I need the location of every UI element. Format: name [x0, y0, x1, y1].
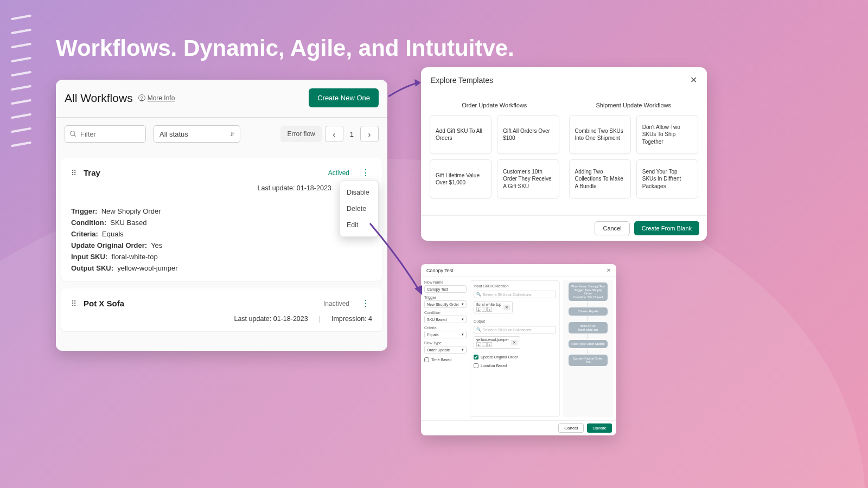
menu-delete[interactable]: Delete — [340, 201, 378, 217]
flow-name-input[interactable]: Canopy Test — [424, 285, 467, 293]
page-title: Workflows. Dynamic, Agile, and Intutuitv… — [56, 35, 514, 61]
caret-icon: ▾ — [462, 332, 464, 337]
template-card[interactable]: Combine Two SKUs Into One Shipment — [569, 115, 631, 154]
update-button[interactable]: Update — [587, 423, 612, 433]
kebab-menu-icon[interactable]: ⋮ — [359, 166, 372, 179]
plus-icon[interactable]: + — [487, 342, 492, 347]
menu-disable[interactable]: Disable — [340, 184, 378, 201]
cancel-button[interactable]: Cancel — [558, 423, 584, 433]
template-card[interactable]: Customer's 10th Order They Receive A Gif… — [497, 159, 559, 198]
close-icon[interactable]: ✕ — [607, 267, 611, 273]
trigger-select[interactable]: New Shopify Order▾ — [424, 300, 467, 308]
minus-icon[interactable]: − — [482, 342, 487, 347]
output-sku-search[interactable]: 🔍Select a SKUs or Collections — [474, 326, 556, 333]
time-based-checkbox[interactable]: Time Based — [424, 357, 467, 362]
flow-node: Flow Name: Canopy Test Trigger: New Shop… — [569, 282, 608, 301]
template-card[interactable]: Add Gift SKU To All Orders — [430, 115, 492, 154]
remove-icon[interactable]: ✕ — [511, 340, 518, 345]
flow-node: Input SKUs: floral-white-top — [569, 322, 608, 333]
search-icon: 🔍 — [476, 292, 481, 297]
caret-icon: ▾ — [462, 348, 464, 352]
arrow-icon — [368, 221, 427, 303]
panel-title: Explore Templates — [431, 76, 493, 85]
template-card[interactable]: Don't Allow Two SKUs To Ship Together — [636, 115, 698, 154]
svg-point-0 — [71, 131, 75, 136]
flow-preview: Flow Name: Canopy Test Trigger: New Shop… — [563, 280, 613, 417]
workflow-name: Tray — [84, 168, 100, 177]
search-icon — [69, 130, 77, 138]
select-caret-icon: ⇵ — [230, 131, 234, 137]
svg-line-1 — [74, 135, 76, 137]
create-new-one-button[interactable]: Create New One — [309, 88, 379, 107]
template-card[interactable]: Gift All Orders Over $100 — [497, 115, 559, 154]
flow-type-select[interactable]: Order Update▾ — [424, 346, 467, 354]
caret-icon: ▾ — [462, 317, 464, 322]
caret-icon: ▾ — [462, 302, 464, 306]
workflow-details: Trigger: New Shopify Order Condition: SK… — [71, 207, 372, 272]
column-title: Shipment Update Workflows — [569, 102, 699, 108]
remove-icon[interactable]: ✕ — [503, 305, 510, 310]
cancel-button[interactable]: Cancel — [595, 221, 629, 235]
filter-input-group[interactable] — [65, 125, 146, 143]
input-sku-search[interactable]: 🔍Select a SKUs or Collections — [474, 291, 556, 298]
template-card[interactable]: Adding Two Collections To Make A Bundle — [569, 159, 631, 198]
error-flow-button[interactable]: Error flow — [280, 126, 321, 142]
explore-templates-panel: Explore Templates ✕ Order Update Workflo… — [421, 67, 707, 241]
drag-handle-icon[interactable]: ⠿ — [71, 299, 77, 308]
status-badge: Actived — [328, 169, 349, 177]
search-icon: 🔍 — [476, 328, 481, 332]
flow-node: Criteria: Equals — [569, 307, 608, 316]
arrow-icon — [387, 76, 425, 119]
filter-input[interactable] — [80, 130, 135, 138]
close-icon[interactable]: ✕ — [690, 75, 697, 85]
status-select[interactable]: All status ⇵ — [154, 125, 240, 143]
input-sku-chip[interactable]: floral-white-top 1−+ ✕ — [474, 301, 513, 313]
workflow-card-tray: ⠿ Tray Actived ⋮ Last update: 01-18-2023… — [61, 158, 382, 281]
decorative-lines — [11, 16, 31, 145]
drag-handle-icon[interactable]: ⠿ — [71, 169, 77, 177]
create-from-blank-button[interactable]: Create From Blank — [634, 221, 699, 235]
page-number: 1 — [350, 130, 354, 138]
flow-node: Update Original Order: Yes — [569, 355, 608, 366]
panel-title: Canopy Test — [426, 268, 454, 273]
all-workflows-panel: All Workflows ? More Info Create New One… — [56, 80, 387, 351]
minus-icon[interactable]: − — [482, 307, 487, 312]
plus-icon[interactable]: + — [487, 307, 492, 312]
output-sku-chip[interactable]: yellow-wool-jumper 1−+ ✕ — [474, 336, 520, 349]
template-card[interactable]: Gift Lifetime Value Over $1,000 — [430, 159, 492, 198]
status-badge: Inactived — [323, 300, 349, 307]
update-original-checkbox[interactable]: Update Original Order — [474, 355, 556, 359]
prev-page-button[interactable]: ‹ — [325, 126, 343, 142]
workflow-card-pot-x-sofa: ⠿ Pot X Sofa Inactived ⋮ Last update: 01… — [61, 288, 382, 331]
workflow-name: Pot X Sofa — [84, 299, 124, 308]
panel-title: All Workflows — [65, 92, 133, 105]
criteria-select[interactable]: Equals▾ — [424, 331, 467, 338]
location-based-checkbox[interactable]: Location Based — [474, 363, 556, 368]
more-info-link[interactable]: ? More Info — [138, 94, 175, 102]
canopy-test-panel: Canopy Test ✕ Flow NameCanopy Test Trigg… — [421, 264, 616, 435]
flow-node: Flow Type: Order Update — [569, 340, 608, 348]
column-title: Order Update Workflows — [430, 102, 559, 108]
template-card[interactable]: Send Your Top SKUs In Diffrent Packages — [636, 159, 698, 198]
next-page-button[interactable]: › — [360, 126, 379, 142]
question-icon: ? — [138, 94, 145, 101]
condition-select[interactable]: SKU Based▾ — [424, 316, 467, 323]
